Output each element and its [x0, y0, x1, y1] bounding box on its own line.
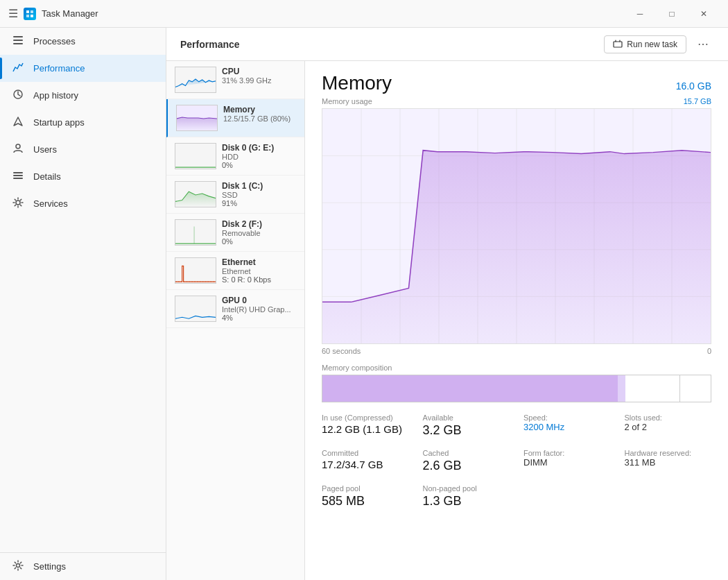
stat-paged-pool-value: 585 MB	[322, 494, 409, 509]
memory-graph	[322, 108, 711, 344]
memory-panel: Memory 16.0 GB Memory usage 15.7 GB	[305, 61, 728, 580]
hamburger-icon[interactable]: ☰	[8, 7, 18, 20]
disk1-sub: SSD	[222, 191, 296, 199]
gpu0-thumb	[175, 296, 216, 322]
time-labels: 60 seconds 0	[322, 347, 711, 355]
stat-committed-value: 17.2/34.7 GB	[322, 459, 409, 470]
disk0-info: Disk 0 (G: E:) HDD 0%	[222, 143, 296, 169]
main-container: Processes Performance App history	[0, 28, 728, 580]
disk2-info: Disk 2 (F:) Removable 0%	[222, 219, 296, 246]
device-list: CPU 31% 3.99 GHz Memory	[166, 61, 305, 580]
disk0-sub: HDD	[222, 153, 296, 161]
cpu-name: CPU	[222, 67, 296, 76]
disk1-val: 91%	[222, 199, 296, 207]
sidebar: Processes Performance App history	[0, 28, 166, 580]
app-icon	[24, 8, 36, 20]
cpu-sub: 31% 3.99 GHz	[222, 76, 296, 85]
cpu-info: CPU 31% 3.99 GHz	[222, 67, 296, 85]
maximize-button[interactable]: □	[656, 3, 688, 25]
more-options-button[interactable]: ⋯	[692, 33, 714, 56]
stat-speed-label: Speed:	[523, 413, 611, 422]
sidebar-item-startup-apps[interactable]: Startup apps	[0, 109, 166, 136]
disk0-thumb	[175, 143, 216, 169]
stats-grid: In use (Compressed) 12.2 GB (1.1 GB) Ava…	[322, 413, 711, 509]
device-item-ethernet[interactable]: Ethernet Ethernet S: 0 R: 0 Kbps	[166, 252, 304, 290]
time-start: 60 seconds	[322, 347, 361, 355]
gpu0-info: GPU 0 Intel(R) UHD Grap... 4%	[222, 296, 296, 322]
performance-icon	[11, 62, 25, 75]
settings-icon	[11, 560, 25, 573]
stat-in-use-label: In use (Compressed)	[322, 413, 409, 422]
svg-rect-5	[13, 40, 23, 41]
memory-title: Memory	[322, 72, 392, 94]
device-item-disk1[interactable]: Disk 1 (C:) SSD 91%	[166, 176, 304, 214]
sidebar-item-app-history[interactable]: App history	[0, 82, 166, 109]
stat-hw-reserved-label: Hardware reserved:	[625, 449, 712, 457]
app-title: Task Manager	[42, 8, 98, 19]
sidebar-item-performance[interactable]: Performance	[0, 55, 166, 82]
stat-paged-pool-label: Paged pool	[322, 484, 409, 493]
stat-cached-label: Cached	[423, 449, 510, 457]
cpu-thumb	[175, 67, 216, 93]
stat-form-factor-value: DIMM	[523, 457, 611, 468]
services-label: Services	[33, 198, 68, 209]
stat-hw-reserved: Hardware reserved: 311 MB	[625, 449, 712, 473]
svg-point-8	[16, 144, 20, 148]
memory-usage-value: 15.7 GB	[684, 97, 711, 108]
sidebar-item-details[interactable]: Details	[0, 163, 166, 190]
stat-cached: Cached 2.6 GB	[423, 449, 510, 473]
disk1-thumb	[175, 181, 216, 207]
svg-rect-6	[13, 43, 23, 44]
ethernet-thumb	[175, 257, 216, 284]
stat-slots-value: 2 of 2	[625, 422, 712, 432]
device-item-memory[interactable]: Memory 12.5/15.7 GB (80%)	[166, 99, 304, 137]
disk0-val: 0%	[222, 161, 296, 169]
memory-total: 16.0 GB	[676, 80, 711, 92]
startup-apps-label: Startup apps	[33, 117, 85, 128]
stat-slots: Slots used: 2 of 2	[625, 413, 712, 438]
disk2-val: 0%	[222, 237, 296, 246]
sidebar-item-users[interactable]: Users	[0, 136, 166, 163]
stat-slots-label: Slots used:	[625, 413, 712, 422]
content-area: Performance Run new task ⋯	[166, 28, 728, 580]
window-controls: ─ □ ✕	[624, 3, 720, 25]
run-new-task-button[interactable]: Run new task	[604, 35, 686, 53]
header-actions: Run new task ⋯	[604, 33, 714, 56]
processes-icon	[11, 35, 25, 48]
split-layout: CPU 31% 3.99 GHz Memory	[166, 61, 728, 580]
processes-label: Processes	[33, 36, 76, 46]
startup-icon	[11, 116, 25, 129]
stat-in-use: In use (Compressed) 12.2 GB (1.1 GB)	[322, 413, 409, 438]
content-header: Performance Run new task ⋯	[166, 28, 728, 61]
device-item-disk2[interactable]: Disk 2 (F:) Removable 0%	[166, 214, 304, 252]
device-item-disk0[interactable]: Disk 0 (G: E:) HDD 0%	[166, 137, 304, 176]
comp-standby	[625, 375, 679, 402]
sidebar-item-processes[interactable]: Processes	[0, 28, 166, 55]
settings-label: Settings	[33, 561, 66, 572]
svg-rect-11	[13, 178, 23, 179]
device-item-gpu0[interactable]: GPU 0 Intel(R) UHD Grap... 4%	[166, 290, 304, 328]
disk0-name: Disk 0 (G: E:)	[222, 143, 296, 153]
ethernet-name: Ethernet	[222, 257, 296, 267]
close-button[interactable]: ✕	[688, 3, 720, 25]
sidebar-item-services[interactable]: Services	[0, 190, 166, 217]
svg-marker-16	[175, 191, 216, 207]
device-item-cpu[interactable]: CPU 31% 3.99 GHz	[166, 61, 304, 99]
disk1-name: Disk 1 (C:)	[222, 181, 296, 191]
stat-committed: Committed 17.2/34.7 GB	[322, 449, 409, 473]
minimize-button[interactable]: ─	[624, 3, 656, 25]
run-task-label: Run new task	[627, 40, 677, 49]
sidebar-item-settings[interactable]: Settings	[0, 553, 166, 580]
svg-rect-14	[614, 42, 622, 47]
disk2-thumb	[175, 219, 216, 246]
svg-marker-15	[177, 117, 217, 130]
memory-usage-label: Memory usage	[322, 97, 372, 105]
memory-thumb	[176, 105, 218, 131]
stat-available-label: Available	[423, 413, 510, 422]
stat-form-factor: Form factor: DIMM	[523, 449, 611, 473]
title-bar: ☰ Task Manager ─ □ ✕	[0, 0, 728, 28]
time-end: 0	[707, 347, 711, 355]
stat-cached-value: 2.6 GB	[423, 459, 510, 473]
stat-available: Available 3.2 GB	[423, 413, 510, 438]
content-title: Performance	[180, 39, 240, 50]
